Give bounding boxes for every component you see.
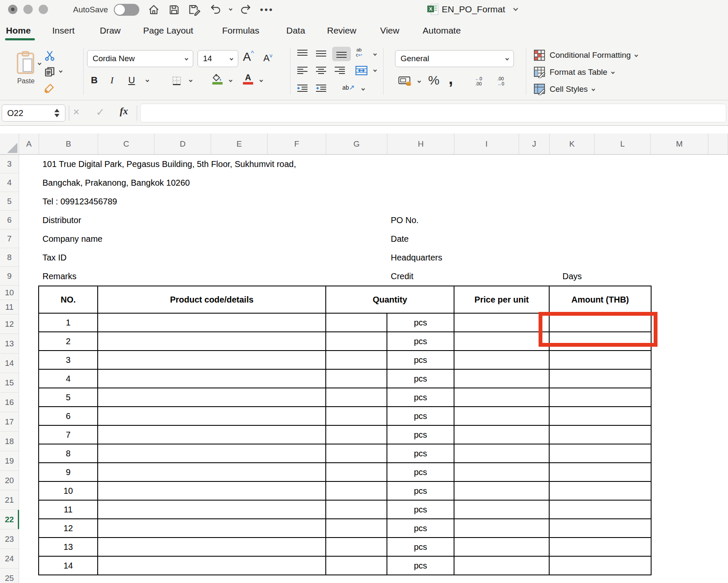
cell-price[interactable] [454,500,549,519]
cell-product[interactable] [98,369,326,388]
document-title-chevron[interactable] [513,6,518,11]
font-size-select[interactable]: 14 [198,50,238,67]
paste-button[interactable] [14,50,37,76]
cell-price[interactable] [454,407,549,425]
formula-input[interactable] [140,104,726,122]
cell-amount[interactable] [549,444,651,463]
cell-unit[interactable]: pcs [387,425,454,444]
cell-product[interactable] [98,500,326,519]
cell-no[interactable]: 10 [39,481,98,500]
cell-amount[interactable] [549,388,651,407]
increase-decimal-icon[interactable]: ←0.00 [475,76,482,86]
row-header-10[interactable]: 10 [0,286,19,300]
merge-center-chevron[interactable] [373,68,377,72]
cell-price[interactable] [454,425,549,444]
underline-button[interactable]: U [128,75,135,86]
cell-quantity[interactable] [326,332,387,351]
cell-unit[interactable]: pcs [387,556,454,575]
cell-product[interactable] [98,481,326,500]
row-header-14[interactable]: 14 [0,354,19,373]
header-no[interactable]: NO. [39,286,98,313]
cell-product[interactable] [98,407,326,425]
percent-style-icon[interactable]: % [428,73,440,88]
cell-unit[interactable]: pcs [387,407,454,425]
increase-indent-icon[interactable] [315,83,327,93]
cell-quantity[interactable] [326,351,387,369]
italic-button[interactable]: I [110,75,113,86]
column-header-G[interactable]: G [326,133,387,154]
column-header-M[interactable]: M [651,133,708,154]
font-color-icon[interactable]: A [243,73,253,85]
tab-draw[interactable]: Draw [100,25,121,36]
cell-product[interactable] [98,388,326,407]
row-header-21[interactable]: 21 [0,490,19,510]
align-left-icon[interactable] [296,65,308,76]
cell-price[interactable] [454,351,549,369]
cell-amount[interactable] [549,425,651,444]
cell-no[interactable]: 1 [39,313,98,332]
column-header-D[interactable]: D [155,133,211,154]
column-header-partial[interactable] [708,133,728,154]
column-header-F[interactable]: F [268,133,326,154]
cell-quantity[interactable] [326,481,387,500]
autosave-toggle[interactable] [114,4,139,16]
cell-date[interactable]: Date [391,233,409,245]
cell-no[interactable]: 8 [39,444,98,463]
window-zoom-button[interactable] [39,5,48,14]
cell-price[interactable] [454,332,549,351]
cell-amount[interactable] [549,538,651,556]
cell-price[interactable] [454,538,549,556]
cell-unit[interactable]: pcs [387,313,454,332]
save-icon[interactable] [167,3,181,17]
cell-amount[interactable] [549,500,651,519]
fill-color-chevron[interactable] [229,79,232,82]
row-header-19[interactable]: 19 [0,451,19,471]
number-format-select[interactable]: General [395,50,514,67]
row-header-17[interactable]: 17 [0,412,19,432]
font-name-select[interactable]: Cordia New [87,50,193,67]
cell-quantity[interactable] [326,463,387,481]
row-header-20[interactable]: 20 [0,471,19,490]
cell-unit[interactable]: pcs [387,444,454,463]
cell-company-name[interactable]: Company name [42,233,102,245]
cell-unit[interactable]: pcs [387,463,454,481]
comma-style-icon[interactable]: , [449,70,453,88]
cell-unit[interactable]: pcs [387,369,454,388]
borders-chevron[interactable] [189,79,192,82]
header-quantity[interactable]: Quantity [326,286,454,313]
copy-icon[interactable] [44,66,55,77]
row-header-13[interactable]: 13 [0,334,19,354]
copy-dropdown-chevron[interactable] [59,69,62,73]
cell-no[interactable]: 6 [39,407,98,425]
align-middle-icon[interactable] [315,48,327,59]
tab-review[interactable]: Review [327,25,356,36]
format-painter-icon[interactable] [43,82,55,94]
select-all-corner[interactable] [0,133,19,154]
accounting-chevron[interactable] [418,79,421,83]
row-header-25[interactable]: 25 [0,569,19,583]
cell-price[interactable] [454,519,549,538]
cell-no[interactable]: 12 [39,519,98,538]
cell-quantity[interactable] [326,407,387,425]
column-header-C[interactable]: C [98,133,155,154]
cell-quantity[interactable] [326,538,387,556]
align-right-icon[interactable] [334,65,346,76]
fill-color-icon[interactable] [212,74,223,85]
cell-no[interactable]: 3 [39,351,98,369]
cell-quantity[interactable] [326,519,387,538]
cell-unit[interactable]: pcs [387,388,454,407]
underline-chevron[interactable] [146,79,149,82]
cell-tax-id[interactable]: Tax ID [42,252,67,263]
name-box[interactable]: O22 [2,105,65,122]
cell-product[interactable] [98,463,326,481]
row-header-7[interactable]: 7 [0,229,19,248]
row-header-18[interactable]: 18 [0,432,19,451]
cell-price[interactable] [454,369,549,388]
cell-po-no[interactable]: PO No. [391,214,419,226]
enter-icon[interactable]: ✓ [96,106,104,118]
cell-product[interactable] [98,313,326,332]
tab-view[interactable]: View [380,25,399,36]
header-price[interactable]: Price per unit [454,286,549,313]
cell-no[interactable]: 14 [39,556,98,575]
cell-quantity[interactable] [326,500,387,519]
